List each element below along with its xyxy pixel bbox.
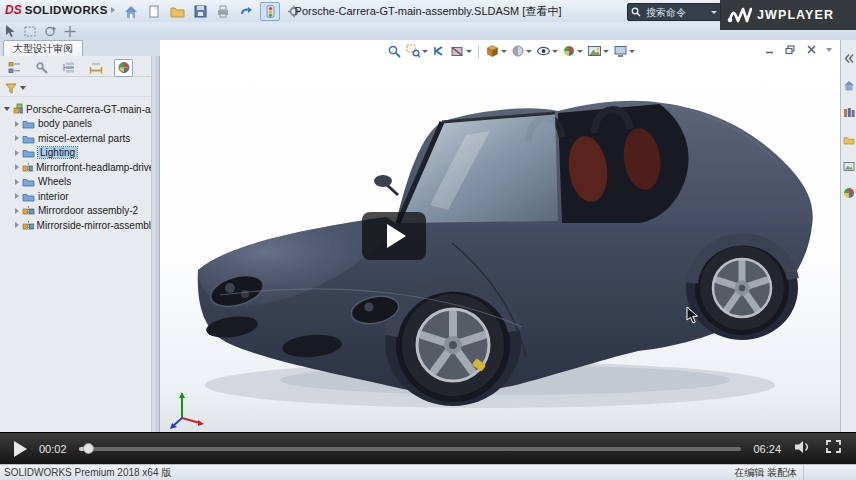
menu-expand-icon[interactable] [111, 7, 115, 13]
undo-icon[interactable] [237, 3, 255, 20]
quick-access-toolbar [122, 2, 303, 21]
tree-item-label: miscel-external parts [38, 133, 130, 144]
collapsed-caret-icon[interactable] [15, 193, 19, 199]
collapse-toolbar-icon[interactable] [826, 48, 832, 52]
assembly-icon [13, 103, 23, 115]
progress-knob[interactable] [83, 443, 94, 454]
mouse-cursor [686, 306, 700, 324]
tree-item[interactable]: interior [0, 189, 151, 204]
search-icon [631, 7, 641, 17]
status-cell [803, 465, 856, 480]
collapsed-caret-icon[interactable] [15, 222, 19, 228]
file-explorer-icon[interactable] [843, 131, 855, 149]
play-icon [387, 224, 406, 248]
headsup-view-toolbar [386, 43, 636, 59]
video-play-overlay-button[interactable] [362, 212, 426, 260]
tree-item[interactable]: Wheels [0, 175, 151, 190]
folder-icon [22, 118, 35, 129]
tree-filter-row[interactable] [0, 80, 151, 97]
commandmanager-tab-row: 大型设计审阅 [0, 40, 160, 56]
panel-tab-strip [0, 59, 151, 77]
expand-caret-icon[interactable] [4, 107, 10, 111]
jwplayer-watermark: JWPLAYER [720, 0, 856, 30]
minimize-icon[interactable] [763, 44, 775, 55]
appearances-icon[interactable] [843, 185, 855, 203]
filter-funnel-icon [5, 83, 17, 94]
new-document-icon[interactable] [145, 3, 163, 20]
tab-large-design-review[interactable]: 大型设计审阅 [3, 40, 83, 56]
zoom-to-fit-icon[interactable] [386, 43, 403, 59]
panel-splitter[interactable] [152, 56, 160, 432]
folder-icon [22, 133, 35, 144]
status-bar: SOLIDWORKS Premium 2018 x64 版 在编辑 装配体 [0, 464, 856, 480]
dimxpertmanager-tab-icon[interactable] [87, 60, 104, 76]
search-dropdown-icon[interactable] [711, 11, 717, 14]
displaymanager-tab-icon[interactable] [114, 59, 133, 77]
tree-item[interactable]: body panels [0, 117, 151, 132]
tree-item-label: interior [38, 191, 69, 202]
design-library-icon[interactable] [843, 104, 855, 122]
zoom-to-area-icon[interactable] [405, 43, 429, 59]
folder-icon [22, 147, 35, 158]
duration: 06:24 [753, 443, 781, 455]
tree-item[interactable]: miscel-external parts [0, 131, 151, 146]
command-search[interactable] [627, 3, 721, 21]
feature-tree: Porsche-Carrera-GT-main-assembly body pa… [0, 102, 151, 233]
fullscreen-icon[interactable] [825, 439, 842, 458]
tree-item-label: Lighting [38, 147, 77, 158]
solidworks-logo: DS SOLIDWORKS [5, 3, 115, 17]
collapsed-caret-icon[interactable] [15, 179, 19, 185]
tree-item-selected[interactable]: Lighting [0, 146, 151, 161]
tree-item-root[interactable]: Porsche-Carrera-GT-main-assembly [0, 102, 151, 117]
view-settings-icon[interactable] [612, 43, 636, 59]
progress-bar[interactable] [79, 447, 742, 451]
previous-view-icon[interactable] [431, 43, 447, 59]
close-icon[interactable] [805, 44, 817, 55]
volume-icon[interactable] [793, 439, 813, 459]
tree-item-label: Mirrorside-mirror-assembly-2 [37, 220, 151, 231]
featuremanager-tab-icon[interactable] [6, 60, 23, 76]
propertymanager-tab-icon[interactable] [33, 60, 50, 76]
car-3d-model[interactable] [190, 95, 815, 410]
section-view-icon[interactable] [449, 43, 473, 59]
home-icon[interactable] [122, 3, 140, 20]
configurationmanager-tab-icon[interactable] [60, 60, 77, 76]
collapsed-caret-icon[interactable] [15, 135, 19, 141]
document-window-controls [763, 44, 832, 55]
tree-item[interactable]: Mirrorfront-headlamp-driver-as [0, 160, 151, 175]
hide-show-items-icon[interactable] [535, 43, 559, 59]
print-icon[interactable] [214, 3, 232, 20]
tree-item[interactable]: Mirrorside-mirror-assembly-2 [0, 218, 151, 233]
search-input[interactable] [644, 6, 708, 19]
apply-scene-icon[interactable] [586, 43, 610, 59]
filter-dropdown-icon[interactable] [20, 86, 26, 90]
graphics-viewport[interactable] [160, 40, 840, 432]
open-icon[interactable] [168, 3, 186, 20]
jwplayer-brand-text: JWPLAYER [757, 8, 834, 22]
edit-appearance-icon[interactable] [561, 43, 584, 59]
collapsed-caret-icon[interactable] [15, 208, 19, 214]
rebuild-icon[interactable] [260, 2, 280, 21]
task-pane-strip [840, 40, 856, 432]
collapsed-caret-icon[interactable] [15, 150, 19, 156]
view-orientation-icon[interactable] [484, 43, 508, 59]
jwplayer-logo-icon [726, 4, 752, 26]
collapsed-caret-icon[interactable] [15, 121, 19, 127]
status-version-text: SOLIDWORKS Premium 2018 x64 版 [4, 466, 171, 480]
save-icon[interactable] [191, 3, 209, 20]
featuremanager-panel: Porsche-Carrera-GT-main-assembly body pa… [0, 56, 152, 432]
mirror-assembly-icon [22, 205, 35, 216]
collapsed-caret-icon[interactable] [15, 164, 19, 170]
task-pane-collapse-icon[interactable] [842, 50, 855, 68]
tree-item-label: body panels [38, 118, 92, 129]
view-palette-icon[interactable] [843, 158, 855, 176]
tree-item-label: Mirrordoor assembly-2 [38, 205, 138, 216]
display-style-icon[interactable] [510, 43, 533, 59]
resources-icon[interactable] [843, 77, 855, 95]
tree-item-label: Porsche-Carrera-GT-main-assembly [26, 104, 151, 115]
tree-item-label: Wheels [38, 176, 71, 187]
tree-item[interactable]: Mirrordoor assembly-2 [0, 204, 151, 219]
player-play-button[interactable] [14, 441, 27, 457]
restore-icon[interactable] [784, 44, 796, 55]
status-mode-text: 在编辑 装配体 [734, 466, 797, 480]
